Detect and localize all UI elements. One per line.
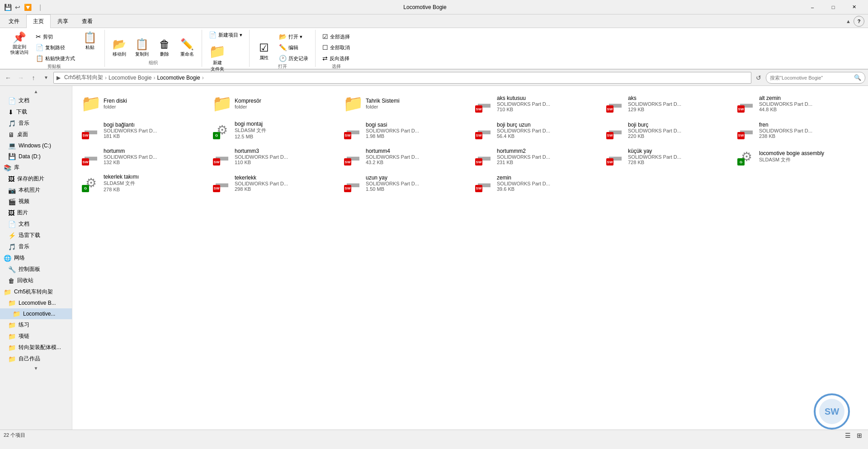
file-item[interactable]: ▬ SW uzun yay SOLIDWORKS Part D... 1.50 … bbox=[339, 170, 470, 196]
new-item-button[interactable]: 📄 新建项目 ▾ bbox=[206, 30, 245, 40]
paste-shortcut-button[interactable]: 📋 粘贴快捷方式 bbox=[33, 53, 78, 63]
file-item[interactable]: ▬ SW hortumm SOLIDWORKS Part D... 132 KB bbox=[77, 143, 208, 170]
address-path[interactable]: ▶ Crh5机车转向架 › Locomotive Bogie › Locomot… bbox=[53, 72, 751, 84]
file-item[interactable]: ▬ SW boji burç SOLIDWORKS Part D... 220 … bbox=[601, 117, 732, 143]
sidebar-item-loco-bogie[interactable]: 📁 Locomotive B... bbox=[0, 298, 72, 308]
sidebar-item-control-panel[interactable]: 🔧 控制面板 bbox=[0, 264, 72, 275]
maximize-button[interactable]: □ bbox=[823, 0, 844, 14]
breadcrumb-current[interactable]: Locomotive Bogie bbox=[157, 75, 200, 81]
file-size: 278 KB bbox=[104, 187, 203, 192]
invert-selection-label: 反向选择 bbox=[330, 55, 349, 62]
sidebar-item-documents[interactable]: 📄 文档 bbox=[0, 95, 72, 106]
file-item[interactable]: 📁 Tahrik Sistemi folder bbox=[339, 90, 470, 117]
delete-button[interactable]: 🗑 删除 bbox=[154, 37, 175, 60]
file-item[interactable]: ▬ SW zemin SOLIDWORKS Part D... 39.6 KB bbox=[470, 170, 601, 196]
sidebar-item-music2[interactable]: 🎵 音乐 bbox=[0, 241, 72, 252]
sidebar-item-thunder[interactable]: ⚡ 迅雷下载 bbox=[0, 230, 72, 241]
sidebar-item-label: 保存的图片 bbox=[17, 175, 44, 183]
search-input[interactable] bbox=[770, 75, 852, 80]
file-item[interactable]: 📁 Fren diski folder bbox=[77, 90, 208, 117]
sidebar-item-downloads[interactable]: ⬇ 下载 bbox=[0, 106, 72, 118]
new-folder-button[interactable]: 📁 新建文件夹 bbox=[206, 43, 229, 75]
ribbon-collapse-icon[interactable]: ▲ bbox=[846, 19, 851, 24]
sidebar-item-c-drive[interactable]: 💻 Windows (C:) bbox=[0, 140, 72, 151]
tab-share[interactable]: 共享 bbox=[51, 14, 75, 28]
pin-to-quick-access-button[interactable]: 📌 固定到快速访问 bbox=[7, 30, 32, 63]
file-item[interactable]: ▬ SW bogi sasi SOLIDWORKS Part D... 1.98… bbox=[339, 117, 470, 143]
details-view-button[interactable]: ☰ bbox=[843, 430, 853, 440]
sw-part-thumb: ▬ SW bbox=[737, 95, 755, 113]
sidebar-item-docs[interactable]: 📄 文档 bbox=[0, 218, 72, 230]
sidebar-item-d-drive[interactable]: 💾 Data (D:) bbox=[0, 151, 72, 162]
sidebar-item-label: Crh5机车转向架 bbox=[14, 288, 53, 296]
breadcrumb-item-1[interactable]: Crh5机车转向架 bbox=[64, 74, 103, 81]
sidebar-item-network[interactable]: 🌐 网络 bbox=[0, 252, 72, 264]
dropdown-icon[interactable]: 🔽 bbox=[24, 3, 32, 11]
sidebar-item-crh5[interactable]: 📁 Crh5机车转向架 bbox=[0, 286, 72, 298]
sidebar-item-recycle-bin[interactable]: 🗑 回收站 bbox=[0, 275, 72, 286]
sidebar-item-music[interactable]: 🎵 音乐 bbox=[0, 118, 72, 129]
file-item[interactable]: ⚙ G locomotive bogie assembly SLDASM 文件 bbox=[732, 143, 863, 170]
close-button[interactable]: ✕ bbox=[844, 0, 864, 14]
sidebar-item-library[interactable]: 📚 库 bbox=[0, 162, 72, 173]
breadcrumb-item-2[interactable]: Locomotive Bogie bbox=[108, 75, 151, 81]
sidebar-item-practice[interactable]: 📁 练习 bbox=[0, 319, 72, 331]
refresh-button[interactable]: ↺ bbox=[753, 72, 764, 83]
sidebar-item-photos[interactable]: 📷 本机照片 bbox=[0, 184, 72, 196]
rename-button[interactable]: ✏️ 重命名 bbox=[176, 37, 198, 60]
file-item[interactable]: ▬ SW küçük yay SOLIDWORKS Part D... 728 … bbox=[601, 143, 732, 170]
cut-button[interactable]: ✂ 剪切 bbox=[33, 32, 78, 42]
search-box[interactable]: 🔍 bbox=[766, 72, 865, 84]
sidebar-item-desktop[interactable]: 🖥 桌面 bbox=[0, 129, 72, 140]
sidebar-item-loco-bogie-sub[interactable]: 📁 Locomotive... bbox=[0, 308, 72, 319]
tab-home[interactable]: 主页 bbox=[26, 14, 51, 28]
large-icons-view-button[interactable]: ⊞ bbox=[854, 430, 864, 440]
invert-selection-button[interactable]: ⇄ 反向选择 bbox=[319, 53, 353, 63]
back-button[interactable]: ← bbox=[3, 72, 14, 83]
sidebar-scroll-up[interactable]: ▲ bbox=[0, 88, 72, 95]
copy-path-button[interactable]: 📄 复制路径 bbox=[33, 43, 78, 52]
move-to-button[interactable]: 📂 移动到 bbox=[108, 37, 130, 60]
file-item[interactable]: ▬ SW boji burç uzun SOLIDWORKS Part D...… bbox=[470, 117, 601, 143]
recent-locations-button[interactable]: ▼ bbox=[41, 72, 52, 83]
file-item[interactable]: ▬ SW hortumm4 SOLIDWORKS Part D... 43.2 … bbox=[339, 143, 470, 170]
sidebar-item-necklace[interactable]: 📁 项链 bbox=[0, 331, 72, 342]
sidebar-item-video[interactable]: 🎬 视频 bbox=[0, 196, 72, 207]
folder-thumb: 📁 bbox=[213, 95, 231, 113]
properties-button[interactable]: ☑ 属性 bbox=[253, 40, 275, 63]
history-button[interactable]: 🕐 历史记录 bbox=[276, 53, 311, 63]
minimize-button[interactable]: – bbox=[802, 0, 823, 14]
forward-button[interactable]: → bbox=[15, 72, 26, 83]
sidebar-item-label: 视频 bbox=[19, 198, 29, 205]
copy-to-button[interactable]: 📋 复制到 bbox=[131, 37, 153, 60]
sidebar-item-own-work[interactable]: 📁 自己作品 bbox=[0, 353, 72, 364]
file-item[interactable]: ▬ SW aks SOLIDWORKS Part D... 129 KB bbox=[601, 90, 732, 117]
open-button[interactable]: 📂 打开 ▾ bbox=[276, 32, 311, 42]
up-button[interactable]: ↑ bbox=[28, 72, 39, 83]
sidebar-item-pictures[interactable]: 🖼 图片 bbox=[0, 207, 72, 218]
sidebar-scroll-down[interactable]: ▼ bbox=[0, 364, 72, 372]
file-item[interactable]: ▬ SW bogi bağlantı SOLIDWORKS Part D... … bbox=[77, 117, 208, 143]
paste-button[interactable]: 📋 粘贴 bbox=[79, 30, 101, 63]
file-item[interactable]: ⚙ G bogi montaj SLDASM 文件 12.5 MB bbox=[208, 117, 339, 143]
file-item[interactable]: ▬ SW aks kutusuu SOLIDWORKS Part D... 71… bbox=[470, 90, 601, 117]
tab-view[interactable]: 查看 bbox=[75, 14, 99, 28]
file-item[interactable]: ▬ SW hortummm2 SOLIDWORKS Part D... 231 … bbox=[470, 143, 601, 170]
file-item[interactable]: ⚙ G tekerlek takımı SLDASM 文件 278 KB bbox=[77, 170, 208, 196]
sidebar-item-bogie-assembly[interactable]: 📁 转向架装配体模... bbox=[0, 342, 72, 353]
undo-icon[interactable]: ↩ bbox=[14, 3, 22, 11]
deselect-all-button[interactable]: ☐ 全部取消 bbox=[319, 43, 353, 52]
sidebar-item-label: 转向架装配体模... bbox=[19, 344, 61, 351]
help-icon[interactable]: ? bbox=[854, 16, 864, 27]
file-item[interactable]: ▬ SW hortumm3 SOLIDWORKS Part D... 110 K… bbox=[208, 143, 339, 170]
file-item[interactable]: ▬ SW alt zemin SOLIDWORKS Part D... 44.8… bbox=[732, 90, 863, 117]
file-item[interactable]: ▬ SW fren SOLIDWORKS Part D... 238 KB bbox=[732, 117, 863, 143]
file-item[interactable]: 📁 Kompresör folder bbox=[208, 90, 339, 117]
tab-file[interactable]: 文件 bbox=[2, 14, 26, 28]
file-type: SOLIDWORKS Part D... bbox=[366, 181, 465, 186]
edit-button[interactable]: ✏️ 编辑 bbox=[276, 43, 311, 52]
save-icon[interactable]: 💾 bbox=[4, 3, 12, 11]
sidebar-item-saved-pics[interactable]: 🖼 保存的图片 bbox=[0, 173, 72, 184]
file-item[interactable]: ▬ SW tekerlekk SOLIDWORKS Part D... 298 … bbox=[208, 170, 339, 196]
select-all-button[interactable]: ☑ 全部选择 bbox=[319, 32, 353, 42]
